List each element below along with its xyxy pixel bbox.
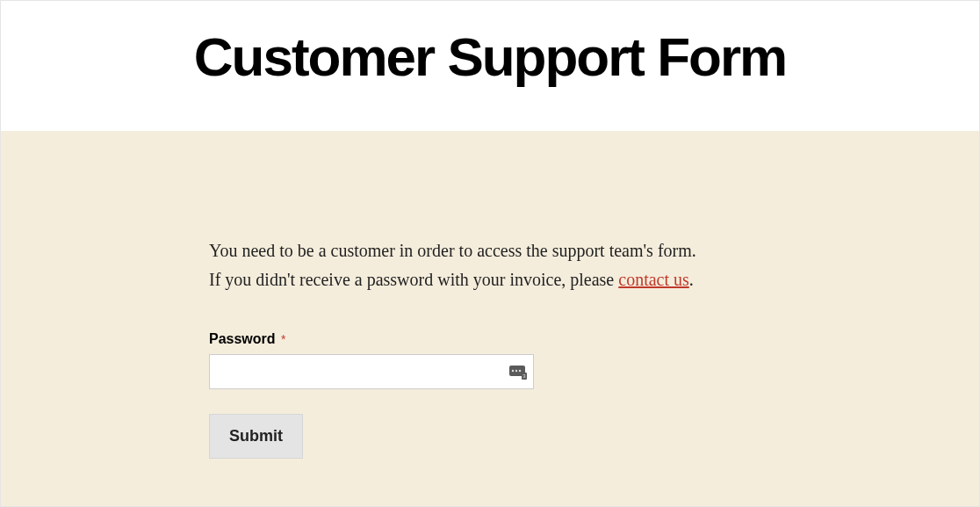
content-inner: You need to be a customer in order to ac…	[209, 236, 771, 459]
password-input-wrapper: 3	[209, 354, 534, 389]
header-section: Customer Support Form	[1, 1, 979, 131]
intro-line2-suffix: .	[689, 270, 694, 289]
password-label: Password *	[209, 331, 286, 347]
page-title: Customer Support Form	[1, 27, 979, 87]
required-asterisk: *	[281, 332, 285, 346]
password-input[interactable]	[209, 354, 534, 389]
intro-line1: You need to be a customer in order to ac…	[209, 241, 696, 260]
intro-text: You need to be a customer in order to ac…	[209, 236, 771, 294]
submit-button[interactable]: Submit	[209, 414, 303, 459]
contact-us-link[interactable]: contact us	[618, 270, 689, 289]
password-field-group: Password * 3	[209, 331, 771, 389]
content-section: You need to be a customer in order to ac…	[1, 131, 979, 507]
intro-line2-prefix: If you didn't receive a password with yo…	[209, 270, 618, 289]
password-label-text: Password	[209, 331, 276, 346]
